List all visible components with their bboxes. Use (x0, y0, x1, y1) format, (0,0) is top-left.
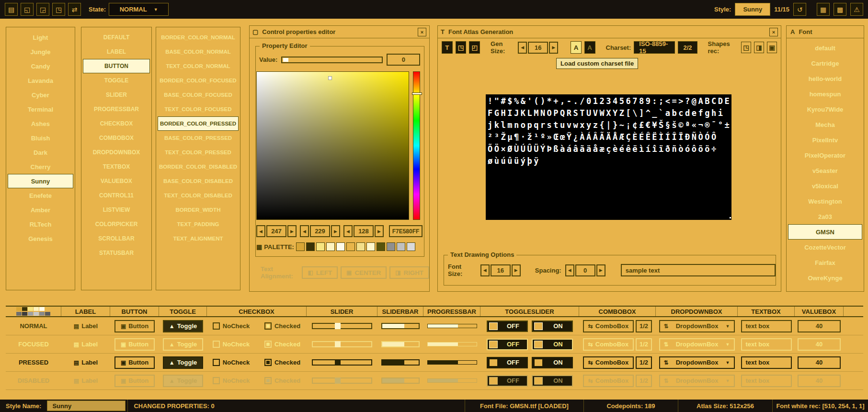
palette-swatch[interactable] (377, 242, 385, 251)
property-list-item[interactable]: BORDER_WIDTH (158, 203, 239, 217)
blue-increment-icon[interactable]: ▶ (375, 225, 384, 237)
slider-handle[interactable] (335, 359, 341, 366)
red-increment-icon[interactable]: ▶ (287, 225, 297, 237)
property-list-item[interactable]: TEXT_COLOR_PRESSED (158, 145, 239, 160)
color-picker-marker[interactable] (328, 76, 332, 80)
load-charset-icon[interactable]: A (571, 41, 582, 54)
shapes-rec-icon-2[interactable]: ◨ (754, 42, 764, 53)
control-list-item[interactable]: DEFAULT (83, 30, 150, 45)
preview-sliderbar[interactable] (381, 341, 420, 347)
preview-toggleslider-off[interactable]: OFF (487, 339, 528, 350)
gen-size-decrement-icon[interactable]: ◀ (518, 42, 527, 54)
property-list-item[interactable]: BASE_COLOR_FOCUSED (158, 88, 239, 102)
random-style-icon[interactable]: ⇄ (68, 3, 81, 16)
preview-textbox[interactable]: text box (741, 356, 792, 369)
preview-dropdownbox[interactable]: ⇅ DropdownBox ▼ (659, 375, 735, 387)
preview-button[interactable]: ▣ Button (114, 356, 155, 369)
new-style-icon[interactable]: ▤ (5, 3, 18, 16)
style-list-item[interactable]: Ashes (8, 116, 73, 131)
preview-textbox[interactable]: text box (741, 338, 792, 351)
palette-swatch[interactable] (397, 242, 405, 251)
preview-checkbox-unchecked[interactable]: NoCheck (207, 359, 255, 366)
combobox-counter[interactable]: 1/2 (636, 320, 652, 332)
font-list-item[interactable]: v5easter (788, 163, 862, 178)
preview-slider[interactable] (312, 341, 372, 347)
preview-button[interactable]: ▣ Button (114, 338, 155, 351)
export-style-icon[interactable]: ◳ (52, 3, 65, 16)
slider-handle[interactable] (335, 378, 341, 384)
palette-swatch[interactable] (366, 242, 375, 251)
font-list-item[interactable]: v5loxical (788, 178, 862, 194)
preview-combobox[interactable]: ⇆ ComboBox (583, 375, 634, 387)
checkbox-icon[interactable] (213, 341, 220, 348)
font-list-item[interactable]: Cartridge (788, 56, 862, 71)
style-list-item[interactable]: Lavanda (8, 73, 73, 88)
font-list-item[interactable]: GMSN (788, 224, 862, 240)
control-list-item[interactable]: SCROLLBAR (83, 231, 150, 246)
style-list-item[interactable]: Jungle (8, 45, 73, 59)
preview-checkbox-unchecked[interactable]: NoCheck (207, 322, 255, 330)
palette-swatch[interactable] (316, 242, 325, 251)
text-align-button[interactable]: ◧ LEFT (302, 266, 338, 279)
preview-sliderbar[interactable] (381, 323, 420, 329)
hue-bar[interactable] (413, 71, 420, 220)
checkbox-checked-icon[interactable] (264, 322, 272, 330)
property-list-item[interactable]: BASE_COLOR_NORMAL (158, 45, 239, 59)
preview-button[interactable]: ▣ Button (114, 320, 155, 332)
font-list-item[interactable]: Mecha (788, 117, 862, 132)
toggleslider-knob[interactable] (489, 377, 498, 385)
preview-button[interactable]: ▣ Button (114, 375, 155, 387)
control-list-item[interactable]: LABEL (83, 45, 150, 59)
checkbox-icon[interactable] (213, 377, 220, 384)
style-list-item[interactable]: Amber (8, 203, 73, 217)
property-list-item[interactable]: TEXT_COLOR_DISABLED (158, 188, 239, 203)
preview-combobox[interactable]: ⇆ ComboBox (583, 338, 634, 351)
control-list-item[interactable]: VALUEBOX (83, 174, 150, 188)
reload-style-icon[interactable]: ↺ (793, 3, 806, 16)
style-list-item[interactable]: Enefete (8, 188, 73, 203)
preview-combobox[interactable]: ⇆ ComboBox (583, 356, 634, 369)
font-size-decrement-icon[interactable]: ◀ (480, 264, 490, 276)
palette-swatch[interactable] (296, 242, 305, 251)
checkbox-checked-icon[interactable] (264, 377, 272, 384)
green-decrement-icon[interactable]: ◀ (300, 225, 309, 237)
preview-valuebox[interactable]: 40 (798, 320, 841, 332)
toggleslider-knob[interactable] (534, 341, 543, 348)
control-list-item[interactable]: COMBOBOX (83, 131, 150, 145)
preview-checkbox-checked[interactable]: Checked (258, 322, 307, 330)
font-list-item[interactable]: PixelIntv (788, 132, 862, 148)
blue-value[interactable]: 128 (354, 225, 374, 237)
close-icon[interactable]: × (769, 28, 778, 36)
palette-swatch[interactable] (356, 242, 365, 251)
shapes-rec-icon-1[interactable]: ◳ (741, 42, 751, 53)
hex-color-field[interactable]: F7E580FF (389, 225, 423, 237)
preview-slider[interactable] (312, 359, 372, 366)
palette-swatch[interactable] (387, 242, 395, 251)
font-list-item[interactable]: CozetteVector (788, 240, 862, 255)
close-icon[interactable]: × (418, 28, 426, 36)
preview-valuebox[interactable]: 40 (798, 338, 841, 351)
property-list-item[interactable]: BORDER_COLOR_NORMAL (158, 30, 239, 45)
text-align-button[interactable]: ▣ CENTER (341, 266, 387, 279)
style-list-item[interactable]: Cyber (8, 88, 73, 102)
control-list-item[interactable]: COLORPICKER (83, 217, 150, 231)
preview-dropdownbox[interactable]: ⇅ DropdownBox ▼ (659, 356, 735, 369)
current-style-button[interactable]: Sunny (735, 3, 770, 16)
preview-checkbox-checked[interactable]: Checked (258, 341, 307, 348)
preview-toggle[interactable]: ▲ Toggle (163, 375, 203, 387)
toggleslider-knob[interactable] (489, 341, 498, 348)
table-image-icon[interactable]: ▦ (817, 3, 830, 16)
toggleslider-knob[interactable] (489, 322, 498, 330)
style-list-item[interactable]: RLTech (8, 217, 73, 231)
font-list-item[interactable]: default (788, 40, 862, 56)
preview-sliderbar[interactable] (381, 359, 420, 366)
preview-toggleslider-off[interactable]: OFF (487, 320, 528, 332)
gen-size-increment-icon[interactable]: ▶ (549, 42, 558, 54)
preview-checkbox-checked[interactable]: Checked (258, 359, 307, 366)
preview-sliderbar[interactable] (381, 378, 420, 384)
color-picker[interactable] (256, 71, 409, 220)
shapes-rec-icon-3[interactable]: ▣ (767, 42, 777, 53)
checkbox-icon[interactable] (213, 359, 220, 366)
value-box[interactable]: 0 (387, 54, 420, 66)
property-list-item[interactable]: BORDER_COLOR_DISABLED (158, 160, 239, 174)
